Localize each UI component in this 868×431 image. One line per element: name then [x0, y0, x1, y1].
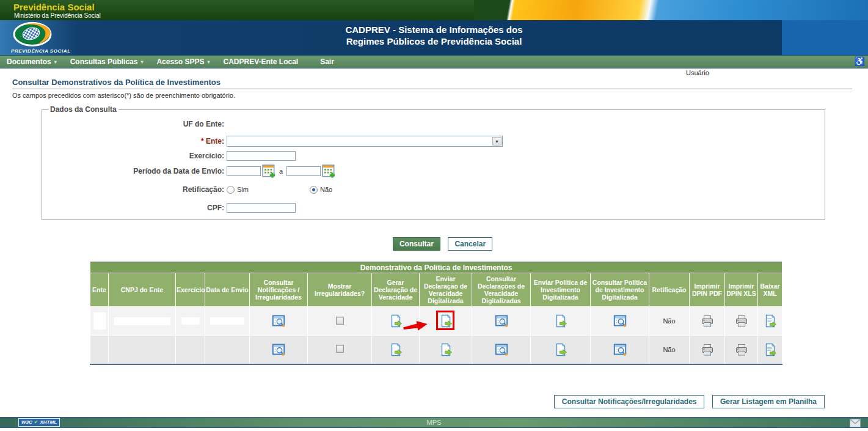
data-envio-cell	[205, 307, 250, 336]
send-investment-policy-icon[interactable]	[554, 343, 567, 356]
periodo-from-input[interactable]	[227, 166, 261, 176]
required-fields-note: Os campos precedidos com asterisco(*) sã…	[12, 92, 852, 99]
exercicio-row: Exercício:	[46, 150, 821, 161]
uf-label: UF do Ente:	[46, 120, 227, 128]
ente-select[interactable]: ▼	[227, 136, 503, 147]
generate-declaration-icon[interactable]	[389, 343, 403, 356]
print-dpin-pdf-icon[interactable]	[701, 343, 714, 356]
retificacao-nao-radio[interactable]	[310, 186, 318, 194]
print-dpin-xls-icon[interactable]	[735, 343, 748, 356]
consult-declarations-cell	[472, 336, 531, 364]
menu-consultas-publicas[interactable]: Consultas Públicas ▾	[64, 57, 150, 66]
retificacao-sim-radio[interactable]	[227, 186, 235, 194]
menu-cadprev-ente-local[interactable]: CADPREV-Ente Local	[216, 57, 305, 66]
app-title-line1: CADPREV - Sistema de Informações dos	[0, 24, 868, 35]
col-consultar-politica: Consultar Política de Investimento Digit…	[591, 273, 649, 307]
menu-documentos-label: Documentos	[7, 57, 51, 66]
send-declaration-cell	[420, 307, 472, 336]
consult-notifications-icon[interactable]	[272, 314, 285, 328]
consult-notifications-icon[interactable]	[272, 343, 285, 356]
table-row: Não	[90, 307, 782, 336]
user-label: Usuário	[686, 69, 709, 76]
print-dpin-xls-icon[interactable]	[735, 314, 748, 328]
menu-acesso-spps-label: Acesso SPPS	[156, 57, 204, 66]
generate-declaration-icon[interactable]	[389, 314, 403, 328]
col-gerar-declaracao: Gerar Declaração de Veracidade	[372, 273, 420, 307]
retificacao-row: Retificação: Sim Não	[46, 184, 821, 195]
download-xml-cell	[758, 307, 782, 336]
download-xml-icon[interactable]	[764, 343, 777, 356]
send-investment-policy-cell	[531, 307, 591, 336]
consultar-button[interactable]: Consultar	[393, 237, 440, 251]
select-dropdown-button[interactable]: ▼	[492, 137, 501, 146]
download-xml-cell	[758, 336, 782, 364]
banner-swoosh-decoration	[474, 0, 868, 20]
accessibility-icon[interactable]: ♿	[855, 56, 865, 66]
table-header-row: Ente CNPJ do Ente Exercício Data de Envi…	[90, 273, 782, 307]
show-irregularities-cell	[308, 307, 372, 336]
print-dpin-pdf-cell	[690, 307, 725, 336]
gerar-listagem-button[interactable]: Gerar Listagem em Planilha	[712, 395, 825, 408]
cpf-input[interactable]	[227, 203, 296, 213]
send-declaration-icon[interactable]	[439, 343, 453, 356]
cancelar-button[interactable]: Cancelar	[448, 237, 492, 251]
periodo-separator: a	[279, 168, 283, 175]
chevron-down-icon: ▾	[140, 59, 143, 65]
col-cnpj: CNPJ do Ente	[109, 273, 176, 307]
cpf-label: CPF:	[46, 204, 227, 212]
main-menu: Documentos ▾ Consultas Públicas ▾ Acesso…	[0, 55, 868, 68]
footer-bar: W3C ✔ XHTML MPS	[0, 417, 868, 428]
mail-icon[interactable]	[850, 419, 861, 427]
show-irregularities-cell	[308, 336, 372, 364]
col-enviar-declaracao: Enviar Declaração de Veracidade Digitali…	[420, 273, 472, 307]
print-dpin-xls-cell	[725, 336, 758, 364]
col-data-envio: Data de Envio	[205, 273, 250, 307]
ente-cell	[90, 307, 109, 336]
consult-investment-policy-cell	[591, 307, 649, 336]
consult-investment-policy-icon[interactable]	[613, 314, 627, 328]
menu-documentos[interactable]: Documentos ▾	[0, 57, 64, 66]
menu-acesso-spps[interactable]: Acesso SPPS ▾	[150, 57, 216, 66]
periodo-to-input[interactable]	[286, 166, 321, 176]
col-retificacao: Retificação	[649, 273, 690, 307]
ente-label: * Ente:	[46, 137, 227, 146]
download-xml-icon[interactable]	[764, 314, 777, 328]
exercicio-input[interactable]	[227, 151, 296, 161]
cadprev-page: Previdência Social Ministério da Previdê…	[0, 0, 868, 431]
header-band: PREVIDÊNCIA SOCIAL CADPREV - Sistema de …	[0, 20, 868, 55]
generate-declaration-cell	[372, 336, 420, 364]
show-irregularities-checkbox[interactable]	[336, 317, 344, 325]
table-title: Demonstrativo da Política de Investiment…	[90, 262, 782, 273]
calendar-icon[interactable]	[322, 164, 335, 178]
col-imprimir-xls: Imprimir DPIN XLS	[725, 273, 758, 307]
ente-row: * Ente: ▼	[46, 136, 821, 147]
print-dpin-xls-cell	[725, 307, 758, 336]
show-irregularities-checkbox[interactable]	[336, 345, 344, 353]
consult-declarations-cell	[472, 307, 531, 336]
app-title-line2: Regimes Públicos de Previdência Social	[0, 35, 868, 47]
send-investment-policy-icon[interactable]	[554, 314, 567, 328]
redacted-value	[210, 317, 244, 325]
consultar-notificacoes-button[interactable]: Consultar Notificações/Irregularidades	[554, 395, 705, 408]
menu-sair[interactable]: Sair	[313, 57, 341, 66]
print-dpin-pdf-icon[interactable]	[701, 314, 714, 328]
exercicio-cell	[176, 307, 205, 336]
send-declaration-cell	[420, 336, 472, 364]
retificacao-cell: Não	[649, 336, 690, 364]
table-row: Não	[90, 336, 782, 364]
consult-investment-policy-icon[interactable]	[613, 343, 627, 356]
ministry-subtitle: Ministério da Previdência Social	[14, 12, 101, 19]
redacted-value	[181, 317, 200, 325]
logo-caption: PREVIDÊNCIA SOCIAL	[11, 48, 71, 54]
consult-declarations-icon[interactable]	[495, 343, 508, 356]
page-title: Consultar Demonstrativos da Política de …	[12, 78, 852, 89]
menu-sair-label: Sair	[320, 57, 334, 66]
cnpj-cell	[109, 336, 176, 364]
query-legend: Dados da Consulta	[48, 105, 119, 114]
retificacao-label: Retificação:	[46, 185, 227, 194]
results-table: Demonstrativo da Política de Investiment…	[90, 262, 782, 365]
chevron-down-icon: ▾	[207, 59, 210, 65]
consult-declarations-icon[interactable]	[495, 314, 508, 328]
calendar-icon[interactable]	[262, 164, 275, 178]
col-consultar-declaracoes: Consultar Declarações de Veracidade Digi…	[472, 273, 531, 307]
